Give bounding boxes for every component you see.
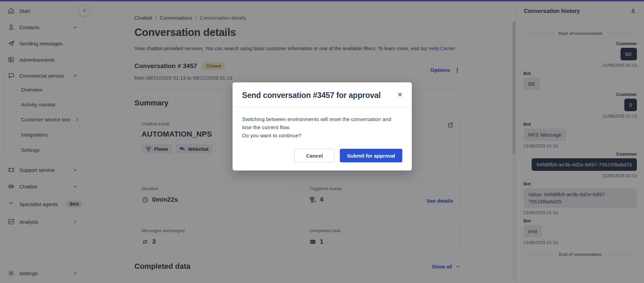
app-root: Start Contacts Sending messages Advertis…	[0, 0, 644, 283]
cancel-button[interactable]: Cancel	[294, 149, 334, 162]
approval-modal: Send conversation #3457 for approval × S…	[233, 82, 412, 170]
modal-title: Send conversation #3457 for approval	[242, 91, 396, 100]
submit-for-approval-button[interactable]: Submit for approval	[340, 149, 402, 162]
modal-confirm-question: Do you want to continue?	[242, 132, 402, 140]
modal-body-text: Switching between environments will rese…	[242, 115, 402, 132]
close-icon[interactable]: ×	[396, 91, 404, 98]
